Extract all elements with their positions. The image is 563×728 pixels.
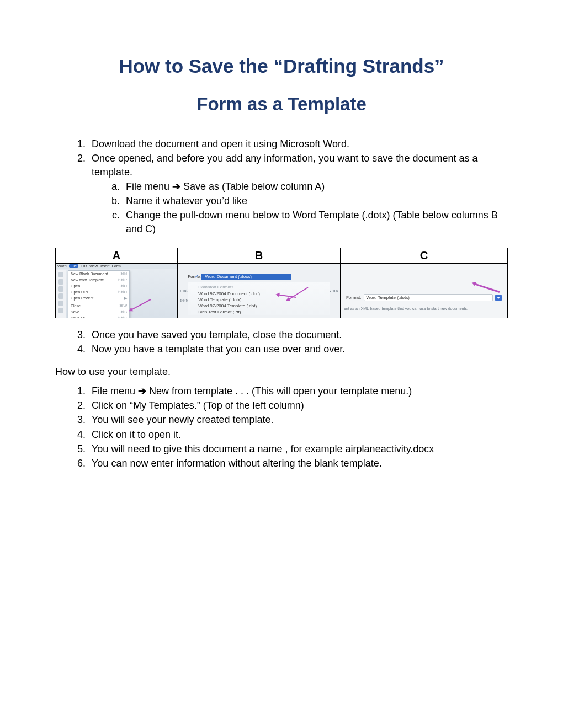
menu-item-label: Open… [71,283,84,289]
save-steps-list-cont: Once you have saved you template, close … [55,328,508,356]
use-step-4: Click on it to open it. [88,428,508,441]
col-a-cell: Word File Edit View Insert Form [56,264,178,318]
menu-item-shortcut: ⇧⌘S [117,315,127,318]
format-option-word-template: Word Template (.dotx) [198,297,330,303]
col-c-cell: Format: Word Template (.dotx) ent as an … [340,264,507,318]
col-b-cell: mat tha tle form VBA ma Forma Word Docum… [178,264,341,318]
page-title-line2: Form as a Template [55,94,508,120]
menu-item-shortcut: ⌘N [120,271,127,277]
menu-item-shortcut: ⌘O [120,283,127,289]
use-step-5: You will need to give this document a na… [88,442,508,456]
format-option: Word 97-2004 Template (.dot) [198,303,330,309]
menu-item: Close⌘W [68,303,129,309]
toolbar-icon [58,293,63,299]
annotation-arrow-icon [131,299,151,311]
menu-item-label: Save [71,309,79,315]
menu-item: New from Template…⇧⌘P [68,277,129,283]
page-title-line1: How to Save the “Drafting Strands” [55,55,508,77]
saveas-format-select-mock: Format: Word Template (.dotx) ent as an … [341,264,507,318]
menu-separator [68,302,129,302]
menu-item-shortcut: ⌘W [119,303,127,309]
toolbar-icon [58,279,63,285]
menubar-edit: Edit [81,264,87,268]
word-toolbar-mock [56,270,66,318]
menu-item-label: Open URL… [71,289,93,295]
menu-item: Open Recent▶ [68,295,129,301]
substep-b: Name it whatever you’d like [123,194,508,207]
substep-a-prefix: File menu [126,181,172,192]
use-step-2: Click on “My Templates.” (Top of the lef… [88,399,508,412]
step-2-text: Once opened, and before you add any info… [92,153,477,177]
format-group-header: Common Formats [190,283,330,291]
substep-a: File menu ➔ Save as (Table below column … [123,180,508,193]
menu-item-label: New Blank Document [71,271,108,277]
step-4: Now you have a template that you can use… [88,342,508,356]
menubar-word: Word [57,264,67,268]
menu-item: Save⌘S [68,309,129,315]
menu-item-shortcut: ⇧⌘P [117,277,127,283]
format-field-label: Format: [346,295,362,300]
menu-item-label: New from Template… [71,277,108,283]
menu-item-label: Save As… [71,315,89,318]
substep-a-suffix: Save as (Table below column A) [180,181,325,192]
menubar-insert: Insert [100,264,110,268]
format-description-cut: ent as an XML-based template that you ca… [344,307,504,311]
arrow-icon: ➔ [138,386,146,397]
toolbar-icon [58,308,63,313]
toolbar-icon [58,272,63,277]
menu-item: Open…⌘O [68,283,129,289]
col-a-header: A [56,248,178,264]
menu-item-label: Open Recent [71,295,93,301]
use-step-1-prefix: File menu [92,386,138,397]
menu-item: Open URL…⇧⌘O [68,289,129,295]
menubar-file-selected: File [69,264,78,268]
step-1: Download the document and open it using … [88,137,508,151]
format-option: Word 97-2004 Document (.doc) [198,291,330,297]
menu-item-save-as: Save As…⇧⌘S [68,315,129,318]
document-page: How to Save the “Drafting Strands” Form … [0,0,563,728]
step-3: Once you have saved you template, close … [88,328,508,341]
format-selected-option: Word Document (.docx) [201,274,291,280]
use-steps-list: File menu ➔ New from template . . . (Thi… [55,384,508,470]
word-menubar: Word File Edit View Insert Form [56,264,177,269]
menu-item-shortcut: ⌘S [120,309,127,315]
annotation-arrow-icon [474,283,500,292]
use-step-1-suffix: New from template . . . (This will open … [146,386,412,397]
file-dropdown-menu: New Blank Document⌘N New from Template…⇧… [68,270,130,318]
menu-item-shortcut: ▶ [124,295,127,301]
format-options-list: Common Formats Word 97-2004 Document (.d… [188,282,330,315]
arrow-icon: ➔ [172,181,180,192]
use-step-1: File menu ➔ New from template . . . (Thi… [88,384,508,398]
format-field-value: Word Template (.dotx) [364,294,493,301]
word-window-mock: Word File Edit View Insert Form [56,264,177,318]
use-step-3: You will see your newly created template… [88,413,508,426]
use-step-6: You can now enter information without al… [88,457,508,470]
screenshot-table: A B C Word File Edit View Insert Form [55,248,508,318]
substep-c: Change the pull-down menu below to Word … [123,208,508,235]
dropdown-icon [495,295,502,301]
use-template-heading: How to use your template. [55,366,508,378]
menubar-view: View [89,264,98,268]
step-2-substeps: File menu ➔ Save as (Table below column … [92,180,508,235]
save-steps-list: Download the document and open it using … [55,137,508,235]
toolbar-icon [58,301,63,306]
menu-item-label: Close [71,303,81,309]
menubar-format: Form [112,264,121,268]
menu-item-shortcut: ⇧⌘O [117,289,127,295]
saveas-format-mock: mat tha tle form VBA ma Forma Word Docum… [178,264,340,318]
menu-item: New Blank Document⌘N [68,271,129,277]
step-2: Once opened, and before you add any info… [88,152,508,235]
toolbar-icon [58,286,63,292]
col-c-header: C [340,248,507,264]
col-b-header: B [178,248,341,264]
format-option: Rich Text Format (.rtf) [198,309,330,315]
title-divider [55,125,508,125]
